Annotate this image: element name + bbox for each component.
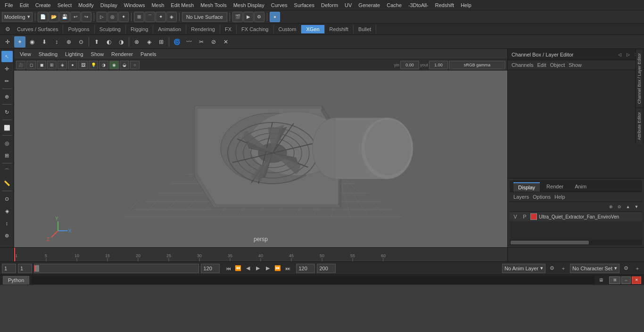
char-set-settings-icon[interactable]: ⚙ [621,264,631,273]
save-file-button[interactable]: 💾 [59,12,70,22]
custom-btn4[interactable]: ⊛ [1,230,13,241]
vp-grid-button[interactable]: ⊞ [47,61,57,69]
goto-end-button[interactable]: ⏭ [283,264,292,273]
status-icon-1[interactable]: 🖥 [597,276,605,284]
viewport-menu-show[interactable]: Show [88,50,107,58]
paint-tool-button[interactable]: ✏ [1,75,13,87]
python-input[interactable] [31,276,595,284]
timeline[interactable]: 1 5 10 15 20 25 30 35 40 45 50 [0,247,644,261]
layer-row[interactable]: V P Ultra_Quiet_Extractor_Fan_EnviroVen [510,212,642,221]
range-max-field[interactable]: 200 [317,264,336,273]
snap-surface-button[interactable]: ◈ [166,12,177,22]
lattice-button[interactable]: ⊞ [1,150,13,161]
attribute-editor-side-tab[interactable]: Attribute Editor [636,108,643,144]
options-menu[interactable]: Options [533,194,551,200]
xgen-icon-10[interactable]: ⊗ [131,36,142,48]
step-forward-button[interactable]: ⏩ [273,264,282,273]
xgen-icon-1[interactable]: ✦ [14,36,25,48]
vp-color-profile-dropdown[interactable]: sRGB gamma [449,61,505,69]
tab-rigging[interactable]: Rigging [126,25,153,33]
render-button[interactable]: 🎬 [232,12,243,22]
next-frame-button[interactable]: ▶ [263,264,272,273]
open-file-button[interactable]: 📂 [49,12,59,22]
menu-help[interactable]: Help [458,1,474,9]
live-surface-button[interactable]: No Live Surface [182,12,227,22]
window-button-2[interactable]: – [621,276,631,284]
menu-mesh-display[interactable]: Mesh Display [231,1,267,9]
custom-btn1[interactable]: ⊙ [1,193,13,204]
xgen-icon-2[interactable]: ◉ [26,36,38,48]
play-button[interactable]: ▶ [253,264,263,273]
show-menu-item[interactable]: Show [569,62,582,68]
menu-mesh[interactable]: Mesh [149,1,167,9]
xgen-icon-5[interactable]: ⊕ [63,36,74,48]
menu-windows[interactable]: Windows [121,1,148,9]
menu-uv[interactable]: UV [342,1,355,9]
channel-box-side-tab[interactable]: Channel Box / Layer Editor [636,49,643,108]
layer-playback[interactable]: P [521,214,528,219]
tab-xgen[interactable]: XGen [301,25,324,33]
xgen-icon-12[interactable]: ⊞ [156,36,167,48]
xgen-icon-13[interactable]: 🌀 [171,36,182,48]
paint-select-button[interactable]: ✦ [118,12,129,22]
menu-display[interactable]: Display [98,1,120,9]
vp-depth-button[interactable]: ◒ [120,61,129,69]
select-tool-button[interactable]: ▷ [97,12,107,22]
menu-select[interactable]: Select [55,1,75,9]
curve-tool-button[interactable]: ⌒ [1,165,13,177]
xgen-icon-4[interactable]: ↕ [51,36,62,48]
range-end-field[interactable]: 120 [201,264,220,273]
vp-textured-button[interactable]: 🖼 [78,61,88,69]
menu-curves[interactable]: Curves [268,1,290,9]
layer-scrollbar-thumb[interactable] [511,241,589,244]
playback-range-slider[interactable] [34,264,199,273]
xgen-icon-3[interactable]: ⬇ [39,36,50,48]
vp-camera-button[interactable]: 🎥 [16,61,25,69]
render-settings-button[interactable]: ⚙ [254,12,264,22]
layer-tab-display[interactable]: Display [513,182,540,192]
xgen-icon-9[interactable]: ◑ [116,36,127,48]
soft-mod-button[interactable]: ◎ [1,138,13,149]
frame-input-field[interactable]: 1 [18,264,32,273]
menu-edit[interactable]: Edit [17,1,32,9]
layer-new-empty-icon[interactable]: ⊖ [616,203,623,211]
vp-aa-button[interactable]: ◉ [109,61,119,69]
layer-color-swatch[interactable] [530,213,537,220]
menu-create[interactable]: Create [33,1,54,9]
object-menu-item[interactable]: Object [550,62,565,68]
viewport-canvas[interactable]: X Y Z persp [14,71,507,247]
tab-bullet[interactable]: Bullet [354,25,377,33]
vp-ao-button[interactable]: ○ [130,61,140,69]
menu-surfaces[interactable]: Surfaces [291,1,317,9]
select-mode-button[interactable]: ↖ [1,51,13,62]
goto-start-button[interactable]: ⏮ [223,264,233,273]
new-file-button[interactable]: 📄 [38,12,48,22]
menu-cache[interactable]: Cache [384,1,405,9]
prev-frame-button[interactable]: ◀ [243,264,253,273]
custom-btn3[interactable]: ↕ [1,218,13,229]
menu-deform[interactable]: Deform [318,1,341,9]
channel-box-dock-right[interactable]: ▷ [624,51,632,58]
xgen-icon-17[interactable]: ✕ [220,36,231,48]
vp-wireframe-button[interactable]: ◈ [58,61,67,69]
channel-box-dock-left[interactable]: ◁ [616,51,623,58]
tab-curves-surfaces[interactable]: Curves / Surfaces [12,25,63,33]
layer-down-icon[interactable]: ▼ [633,203,640,211]
tab-polygons[interactable]: Polygons [63,25,94,33]
layer-tab-render[interactable]: Render [542,182,568,192]
xgen-icon-7[interactable]: ⬆ [91,36,102,48]
snap-grid-button[interactable]: ⊞ [134,12,144,22]
timeline-ruler[interactable]: 1 5 10 15 20 25 30 35 40 45 50 [14,248,507,261]
layer-new-icon[interactable]: ⊕ [607,203,615,211]
layer-up-icon[interactable]: ▲ [624,203,632,211]
tab-fx-caching[interactable]: FX Caching [237,25,273,33]
layers-menu[interactable]: Layers [513,194,529,200]
menu-file[interactable]: File [2,1,16,9]
menu-redshift[interactable]: Redshift [432,1,457,9]
vp-model-button[interactable]: ◼ [37,61,46,69]
undo-button[interactable]: ↩ [70,12,81,22]
vp-shadow-button[interactable]: ◑ [99,61,108,69]
menu-3dtall[interactable]: -3DtoAll- [405,1,431,9]
xgen-icon-16[interactable]: ⊘ [208,36,219,48]
viewport-menu-renderer[interactable]: Renderer [108,50,136,58]
